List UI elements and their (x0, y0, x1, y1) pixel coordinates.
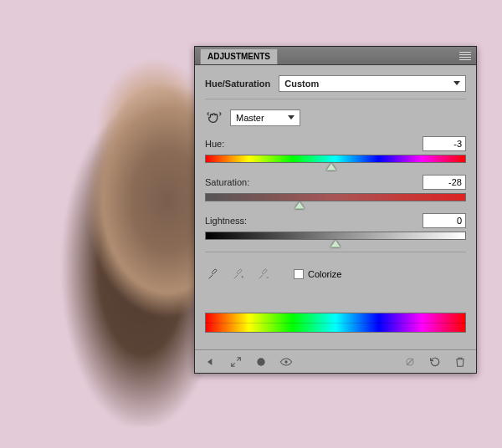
checkbox-box (294, 269, 304, 279)
scrubby-hand-icon[interactable] (205, 108, 223, 128)
eyedropper-icon[interactable] (205, 266, 222, 283)
colorize-label: Colorize (308, 269, 341, 279)
lightness-slider[interactable] (205, 232, 466, 240)
separator (205, 252, 466, 252)
reset-icon[interactable] (428, 354, 443, 369)
eyedropper-plus-icon[interactable] (230, 266, 247, 283)
panel-footer (195, 349, 476, 373)
saturation-slider-block: Saturation: (205, 175, 466, 201)
adjustment-heading: Hue/Saturation Custom (205, 72, 466, 99)
back-arrow-icon[interactable] (203, 354, 218, 369)
adjustment-type-label: Hue/Saturation (205, 79, 270, 89)
panel-titlebar[interactable]: ADJUSTMENTS (195, 47, 476, 65)
saturation-slider-thumb[interactable] (295, 201, 305, 209)
chevron-down-icon (453, 81, 460, 85)
eyedropper-row: Colorize (205, 261, 466, 294)
channel-value: Master (236, 113, 264, 123)
svg-point-0 (257, 358, 264, 365)
saturation-label: Saturation: (205, 177, 249, 187)
panel-body: Hue/Saturation Custom Master Hue: (195, 65, 476, 349)
hue-slider-block: Hue: (205, 136, 466, 163)
hue-value-input[interactable] (423, 136, 466, 151)
colorize-checkbox[interactable]: Colorize (294, 269, 341, 279)
channel-dropdown[interactable]: Master (230, 109, 300, 126)
chevron-down-icon (288, 115, 295, 120)
lightness-label: Lightness: (205, 216, 247, 226)
trash-icon[interactable] (453, 354, 468, 369)
hue-label: Hue: (205, 139, 224, 149)
svg-point-1 (284, 360, 287, 363)
saturation-slider[interactable] (205, 193, 466, 201)
expand-icon[interactable] (228, 354, 243, 369)
mask-circle-icon[interactable] (254, 354, 269, 369)
panel-menu-icon[interactable] (459, 50, 471, 62)
visibility-icon[interactable] (279, 354, 294, 369)
eyedropper-minus-icon[interactable] (255, 266, 272, 283)
hue-slider-thumb[interactable] (326, 163, 336, 171)
lightness-value-input[interactable] (423, 213, 466, 228)
lightness-slider-block: Lightness: (205, 213, 466, 240)
panel-tab-adjustments[interactable]: ADJUSTMENTS (200, 48, 278, 64)
adjustments-panel: ADJUSTMENTS Hue/Saturation Custom Master… (194, 46, 477, 374)
preset-value: Custom (284, 79, 319, 89)
spectrum-bar[interactable] (205, 313, 466, 333)
clip-icon[interactable] (402, 354, 417, 369)
saturation-value-input[interactable] (423, 175, 466, 190)
lightness-slider-thumb[interactable] (330, 240, 341, 247)
hue-slider[interactable] (205, 155, 466, 163)
preset-dropdown[interactable]: Custom (279, 75, 466, 92)
